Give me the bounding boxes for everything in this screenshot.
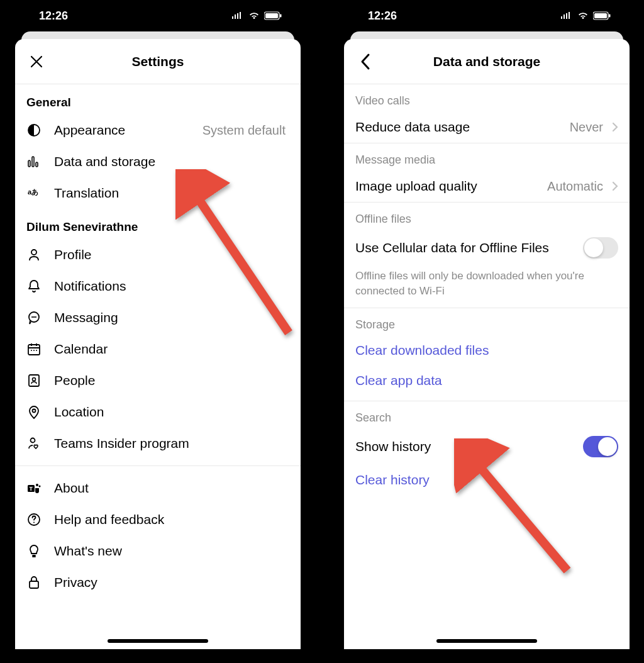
back-button[interactable] (355, 52, 375, 72)
row-privacy[interactable]: Privacy (15, 567, 301, 598)
status-bar: 12:26 (8, 0, 308, 31)
svg-rect-28 (609, 14, 611, 18)
row-label: Use Cellular data for Offline Files (355, 240, 583, 255)
row-show-history[interactable]: Show history (344, 428, 630, 465)
half-circle-icon (26, 123, 54, 138)
row-label: Privacy (54, 575, 289, 590)
row-label: People (54, 373, 289, 388)
row-label: About (54, 481, 289, 496)
chevron-right-icon (612, 122, 618, 132)
svg-point-16 (33, 410, 36, 413)
row-label: Location (54, 404, 289, 420)
bulb-icon (26, 543, 54, 559)
row-label: Show history (355, 439, 583, 454)
row-label: Help and feedback (54, 512, 289, 527)
people-icon (26, 373, 54, 388)
row-cellular-offline[interactable]: Use Cellular data for Offline Files (344, 230, 630, 266)
svg-point-20 (36, 484, 38, 486)
row-label: Messaging (54, 310, 289, 325)
svg-point-12 (33, 350, 35, 351)
link-clear-app-data[interactable]: Clear app data (344, 365, 630, 396)
svg-rect-27 (594, 13, 607, 18)
row-value: Never (570, 120, 603, 135)
row-profile[interactable]: Profile (15, 239, 301, 270)
row-appearance[interactable]: Appearance System default (15, 114, 301, 146)
svg-point-21 (39, 486, 41, 488)
svg-text:aあ: aあ (28, 188, 38, 196)
svg-rect-1 (265, 13, 278, 18)
status-icons (560, 11, 612, 20)
row-label: Data and storage (54, 154, 289, 169)
svg-point-15 (33, 378, 36, 381)
data-storage-sheet: Data and storage Video calls Reduce data… (344, 39, 630, 649)
svg-point-11 (31, 350, 32, 351)
profile-icon (26, 247, 54, 262)
link-clear-history[interactable]: Clear history (344, 465, 630, 495)
divider (15, 465, 301, 466)
row-translation[interactable]: aあ Translation (15, 177, 301, 209)
status-icons (231, 11, 283, 20)
toggle-cellular-offline[interactable] (583, 237, 618, 259)
header: Data and storage (344, 39, 630, 84)
section-header-account: Dilum Senevirathne (15, 209, 301, 239)
status-time: 12:26 (39, 9, 68, 23)
row-label: Image upload quality (355, 179, 547, 194)
bars-icon (26, 154, 54, 169)
svg-point-8 (31, 250, 36, 255)
row-help[interactable]: Help and feedback (15, 504, 301, 535)
header: Settings (15, 39, 301, 84)
section-header-video: Video calls (344, 84, 630, 111)
row-label: Translation (54, 186, 289, 201)
toggle-show-history[interactable] (583, 436, 618, 457)
teams-icon: T (26, 481, 54, 496)
phone-right-data-storage: 12:26 Data and storage Video calls Reduc… (336, 0, 637, 663)
page-title: Data and storage (433, 54, 540, 69)
settings-sheet: Settings General Appearance System defau… (15, 39, 301, 649)
svg-rect-2 (280, 14, 282, 18)
wifi-icon (248, 11, 260, 20)
row-label: Profile (54, 247, 289, 262)
chat-icon (26, 310, 54, 325)
phone-left-settings: 12:26 Settings General Appearance System… (8, 0, 308, 663)
section-header-offline: Offline files (344, 203, 630, 230)
row-about[interactable]: T About (15, 472, 301, 504)
row-whatsnew[interactable]: What's new (15, 535, 301, 567)
help-icon (26, 512, 54, 527)
row-people[interactable]: People (15, 365, 301, 396)
row-insider[interactable]: Teams Insider program (15, 428, 301, 459)
lock-icon (26, 575, 54, 590)
svg-point-17 (31, 438, 35, 443)
home-indicator[interactable] (108, 639, 208, 643)
close-button[interactable] (26, 52, 47, 72)
cellular-icon (231, 11, 244, 20)
location-icon (26, 404, 54, 420)
section-header-storage: Storage (344, 308, 630, 335)
cellular-icon (560, 11, 573, 20)
svg-rect-5 (32, 157, 34, 167)
battery-icon (264, 11, 283, 20)
svg-text:T: T (30, 486, 33, 492)
calendar-icon (26, 342, 54, 357)
row-data-storage[interactable]: Data and storage (15, 146, 301, 177)
row-value: Automatic (547, 179, 603, 194)
row-label: Appearance (54, 123, 203, 138)
row-label: Reduce data usage (355, 120, 570, 135)
svg-point-23 (33, 522, 35, 523)
row-notifications[interactable]: Notifications (15, 270, 301, 302)
row-label: Teams Insider program (54, 436, 289, 451)
row-label: Notifications (54, 279, 289, 294)
row-location[interactable]: Location (15, 396, 301, 428)
link-clear-downloaded[interactable]: Clear downloaded files (344, 335, 630, 365)
battery-icon (593, 11, 612, 20)
row-messaging[interactable]: Messaging (15, 302, 301, 333)
wifi-icon (577, 11, 589, 20)
row-reduce-data[interactable]: Reduce data usage Never (344, 111, 630, 143)
status-bar: 12:26 (336, 0, 637, 31)
home-indicator[interactable] (436, 639, 537, 643)
heart-person-icon (26, 436, 54, 451)
svg-rect-24 (30, 581, 38, 588)
row-image-quality[interactable]: Image upload quality Automatic (344, 170, 630, 202)
chevron-right-icon (612, 181, 618, 191)
svg-rect-6 (36, 162, 38, 167)
row-calendar[interactable]: Calendar (15, 333, 301, 365)
